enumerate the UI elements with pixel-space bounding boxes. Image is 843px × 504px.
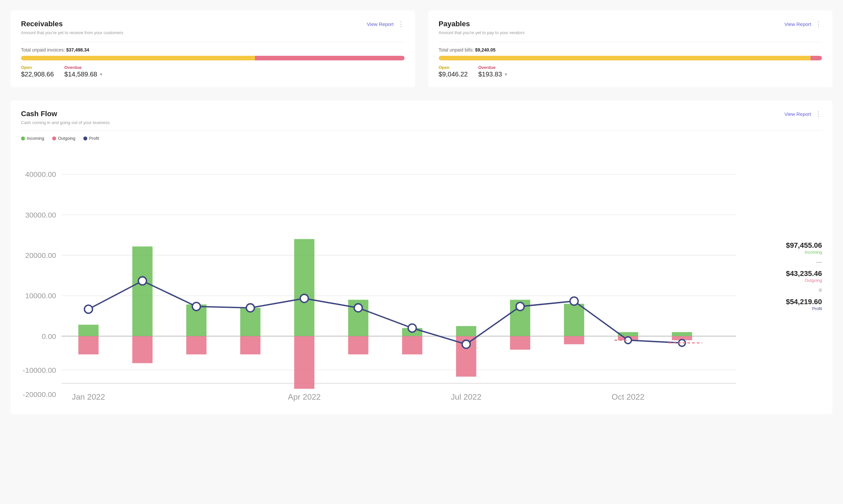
receivables-subtitle: Amount that you're yet to receive from y…	[21, 30, 405, 35]
receivables-unpaid-label: Total unpaid invoices: $37,498.34	[21, 47, 405, 53]
profit-legend-label: Profit	[89, 136, 99, 141]
receivables-progress-bar	[21, 56, 405, 60]
bar-mar-outgoing	[186, 336, 207, 354]
side-minus-separator: —	[816, 258, 822, 266]
legend-profit: Profit	[83, 136, 99, 141]
receivables-more-button[interactable]: ⋮	[398, 20, 405, 28]
profit-dot-jun	[354, 304, 362, 312]
receivables-overdue-item: Overdue $14,589.68 ▼	[64, 65, 103, 78]
svg-text:40000.00: 40000.00	[25, 170, 56, 179]
profit-dot-may	[300, 294, 308, 303]
side-outgoing-label: Outgoing	[786, 278, 822, 283]
outgoing-legend-dot	[52, 137, 56, 141]
receivables-actions: View Report ⋮	[367, 20, 404, 28]
bar-apr-outgoing	[240, 336, 261, 354]
svg-text:30000.00: 30000.00	[25, 211, 56, 219]
cashflow-header: Cash Flow View Report ⋮	[21, 110, 822, 118]
payables-view-report-button[interactable]: View Report	[785, 21, 811, 27]
profit-dot-jan	[84, 305, 92, 313]
payables-open-value: $9,046.22	[439, 71, 468, 78]
payables-subtitle: Amount that you're yet to pay to your ve…	[439, 30, 822, 35]
receivables-overdue-bar	[255, 56, 405, 60]
side-outgoing-group: $43,235.46 Outgoing	[786, 269, 822, 283]
side-profit-group: $54,219.60 Profit	[786, 298, 822, 311]
bar-aug-incoming	[456, 326, 477, 336]
bar-may-outgoing	[294, 336, 315, 389]
chart-legend: Incoming Outgoing Profit	[21, 136, 822, 141]
svg-text:20000.00: 20000.00	[25, 251, 56, 259]
payables-more-button[interactable]: ⋮	[815, 20, 822, 28]
payables-overdue-label: Overdue	[478, 65, 508, 70]
legend-outgoing: Outgoing	[52, 136, 75, 141]
receivables-overdue-label: Overdue	[64, 65, 103, 70]
payables-status-row: Open $9,046.22 Overdue $193.83 ▼	[439, 65, 822, 78]
payables-actions: View Report ⋮	[785, 20, 822, 28]
receivables-open-label: Open	[21, 65, 54, 70]
payables-open-label: Open	[439, 65, 468, 70]
bar-oct-outgoing	[564, 336, 585, 344]
receivables-card: Receivables View Report ⋮ Amount that yo…	[11, 11, 415, 87]
cashflow-more-button[interactable]: ⋮	[815, 110, 822, 118]
cashflow-chart: 40000.00 30000.00 20000.00 10000.00 0.00…	[21, 147, 763, 403]
payables-header: Payables View Report ⋮	[439, 20, 822, 28]
payables-open-item: Open $9,046.22	[439, 65, 468, 78]
bar-dec-incoming	[672, 332, 693, 336]
profit-dot-aug	[462, 340, 470, 348]
svg-text:Apr 2022: Apr 2022	[288, 393, 321, 401]
chart-main: 40000.00 30000.00 20000.00 10000.00 0.00…	[21, 147, 763, 405]
payables-progress-bar	[439, 56, 822, 60]
payables-overdue-bar	[810, 56, 822, 60]
svg-text:-20000.00: -20000.00	[23, 391, 56, 399]
svg-text:Jan 2022: Jan 2022	[72, 393, 105, 401]
profit-dot-apr	[247, 304, 255, 312]
profit-dot-feb	[139, 277, 147, 285]
payables-overdue-dropdown[interactable]: ▼	[504, 72, 508, 77]
receivables-view-report-button[interactable]: View Report	[367, 21, 393, 27]
chart-side-panel: $97,455.06 Incoming — $43,235.46 Outgoin…	[763, 147, 822, 405]
bar-may-incoming	[294, 239, 315, 336]
svg-text:Oct 2022: Oct 2022	[612, 393, 644, 401]
side-incoming-label: Incoming	[786, 250, 822, 255]
profit-legend-dot	[83, 137, 87, 141]
side-equals-separator: ≡	[819, 287, 822, 294]
receivables-header: Receivables View Report ⋮	[21, 20, 405, 28]
bar-sep-outgoing	[510, 336, 530, 350]
svg-text:Jul 2022: Jul 2022	[451, 393, 481, 401]
bar-feb-incoming	[132, 247, 153, 336]
profit-dot-sep	[516, 303, 524, 311]
profit-dot-oct	[570, 297, 578, 305]
outgoing-legend-label: Outgoing	[58, 136, 75, 141]
receivables-open-item: Open $22,908.66	[21, 65, 54, 78]
payables-overdue-item: Overdue $193.83 ▼	[478, 65, 508, 78]
cashflow-card: Cash Flow View Report ⋮ Cash coming in a…	[11, 101, 832, 414]
payables-card: Payables View Report ⋮ Amount that you'r…	[428, 11, 833, 87]
receivables-open-bar	[21, 56, 255, 60]
payables-open-bar	[439, 56, 810, 60]
cashflow-view-report-button[interactable]: View Report	[785, 111, 811, 117]
bar-oct-incoming	[564, 304, 585, 336]
receivables-open-value: $22,908.66	[21, 71, 54, 78]
bar-jun-outgoing	[348, 336, 369, 354]
cashflow-actions: View Report ⋮	[785, 110, 822, 118]
side-profit-value: $54,219.60	[786, 298, 822, 306]
side-profit-label: Profit	[786, 306, 822, 311]
cashflow-title: Cash Flow	[21, 110, 57, 118]
cashflow-subtitle: Cash coming in and going out of your bus…	[21, 120, 822, 125]
payables-overdue-value: $193.83 ▼	[478, 71, 508, 78]
side-incoming-group: $97,455.06 Incoming	[786, 241, 822, 255]
payables-title: Payables	[439, 20, 470, 28]
receivables-title: Receivables	[21, 20, 63, 28]
incoming-legend-label: Incoming	[27, 136, 44, 141]
profit-line	[89, 281, 682, 344]
svg-text:-10000.00: -10000.00	[23, 366, 56, 374]
receivables-overdue-value: $14,589.68 ▼	[64, 71, 103, 78]
side-outgoing-value: $43,235.46	[786, 269, 822, 278]
svg-text:10000.00: 10000.00	[25, 292, 56, 300]
legend-incoming: Incoming	[21, 136, 44, 141]
side-incoming-value: $97,455.06	[786, 241, 822, 250]
bar-jan-incoming	[78, 325, 99, 336]
bar-jul-outgoing	[402, 336, 422, 354]
incoming-legend-dot	[21, 137, 25, 141]
receivables-overdue-dropdown[interactable]: ▼	[99, 72, 103, 77]
profit-dot-mar	[192, 303, 200, 311]
